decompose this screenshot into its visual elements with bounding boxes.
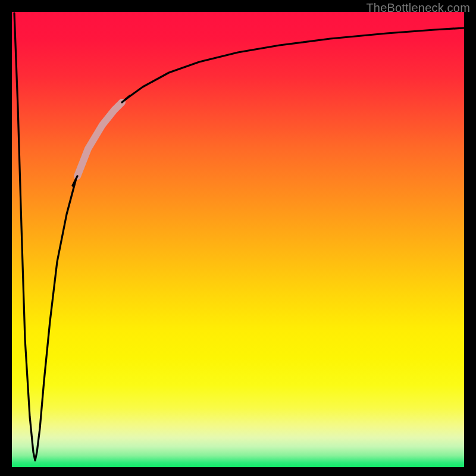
watermark: TheBottleneck.com — [366, 1, 470, 15]
curve-overlay — [0, 0, 476, 476]
bottleneck-curve — [14, 13, 464, 461]
highlight-segment — [77, 102, 122, 176]
chart-frame: TheBottleneck.com — [0, 0, 476, 476]
